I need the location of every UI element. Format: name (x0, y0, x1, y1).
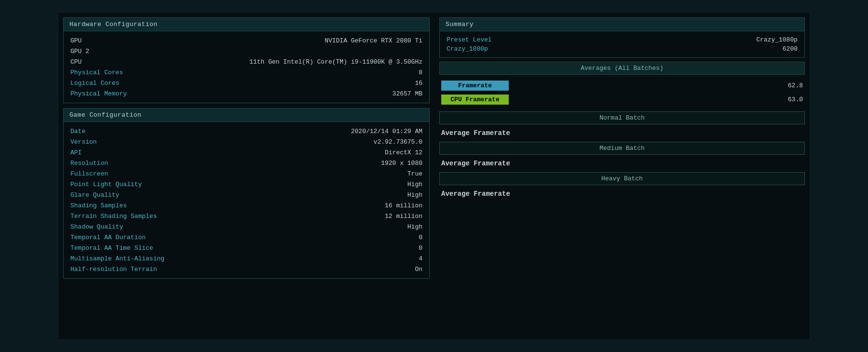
cpu-framerate-row: CPU Framerate 63.0 (441, 94, 803, 106)
config-value-temporal-aa-time-slice: 0 (419, 244, 422, 252)
table-row: Resolution 1920 x 1080 (70, 158, 422, 168)
table-row: Glare Quality High (70, 190, 422, 200)
config-value-glare-quality: High (407, 191, 422, 199)
medium-avg-framerate-label: Average Framerate (441, 159, 803, 168)
heavy-batch-content: Average Framerate (439, 188, 805, 203)
config-label-logical-cores: Logical Cores (70, 80, 119, 87)
config-label-gpu2: GPU 2 (70, 48, 89, 55)
config-label-msaa: Multisample Anti-Aliasing (70, 255, 164, 262)
preset-level-label: Preset Level (447, 36, 492, 43)
config-label-shading-samples: Shading Samples (70, 202, 127, 209)
framerate-value: 62.8 (788, 82, 803, 89)
summary-content: Preset Level Crazy_1080p Crazy_1080p 620… (440, 31, 804, 57)
averages-content: Framerate 62.8 CPU Framerate 63.0 (439, 78, 805, 111)
table-row: Multisample Anti-Aliasing 4 (70, 253, 422, 264)
config-label-physical-memory: Physical Memory (70, 90, 127, 97)
config-label-date: Date (70, 128, 85, 135)
config-value-physical-memory: 32657 MB (393, 90, 422, 97)
config-label-half-res-terrain: Half-resolution Terrain (70, 266, 157, 273)
config-value-terrain-shading-samples: 12 million (385, 213, 422, 220)
config-label-temporal-aa-time-slice: Temporal AA Time Slice (70, 244, 153, 252)
config-value-temporal-aa-duration: 0 (419, 234, 422, 241)
config-label-resolution: Resolution (70, 160, 108, 167)
config-label-fullscreen: Fullscreen (70, 170, 108, 177)
heavy-avg-framerate-label: Average Framerate (441, 189, 803, 199)
hardware-config-header: Hardware Configuration (64, 18, 429, 31)
table-row: Fullscreen True (70, 168, 422, 179)
preset-subvalue: 6200 (783, 45, 798, 53)
config-label-point-light-quality: Point Light Quality (70, 181, 142, 188)
config-value-version: v2.92.73675.0 (374, 138, 422, 146)
table-row: Shadow Quality High (70, 221, 422, 232)
config-value-half-res-terrain: On (415, 266, 422, 273)
averages-header: Averages (All Batches) (439, 62, 805, 75)
app-wrapper: Hardware Configuration GPU NVIDIA GeForc… (58, 12, 810, 340)
config-value-gpu: NVIDIA GeForce RTX 2080 Ti (325, 37, 422, 44)
table-row: Physical Cores 8 (70, 67, 422, 78)
heavy-batch-header: Heavy Batch (439, 172, 805, 185)
hardware-config-content: GPU NVIDIA GeForce RTX 2080 Ti GPU 2 CPU… (64, 31, 429, 103)
summary-section: Summary Preset Level Crazy_1080p Crazy_1… (439, 17, 805, 58)
table-row: Version v2.92.73675.0 (70, 136, 422, 147)
config-label-glare-quality: Glare Quality (70, 191, 119, 199)
config-label-gpu: GPU (70, 37, 81, 44)
config-value-logical-cores: 16 (415, 80, 422, 87)
config-label-version: Version (70, 138, 97, 146)
game-config-header: Game Configuration (64, 108, 429, 122)
hardware-config-section: Hardware Configuration GPU NVIDIA GeForc… (63, 17, 430, 103)
cpu-framerate-value: 63.0 (788, 96, 803, 103)
table-row: Shading Samples 16 million (70, 200, 422, 211)
table-row: CPU 11th Gen Intel(R) Core(TM) i9-11900K… (70, 56, 422, 67)
config-label-terrain-shading-samples: Terrain Shading Samples (70, 213, 157, 220)
cpu-framerate-badge: CPU Framerate (441, 95, 509, 105)
config-label-cpu: CPU (70, 58, 81, 66)
config-value-resolution: 1920 x 1080 (381, 160, 422, 167)
game-config-section: Game Configuration Date 2020/12/14 01:29… (63, 108, 430, 279)
config-value-shadow-quality: High (407, 223, 422, 230)
config-value-point-light-quality: High (407, 181, 422, 188)
config-value-date: 2020/12/14 01:29 AM (351, 128, 422, 135)
left-panel: Hardware Configuration GPU NVIDIA GeForc… (58, 13, 434, 339)
table-row: Point Light Quality High (70, 179, 422, 190)
preset-sublabel: Crazy_1080p (447, 45, 488, 53)
medium-batch-content: Average Framerate (439, 158, 805, 172)
config-label-temporal-aa-duration: Temporal AA Duration (70, 234, 146, 241)
table-row: Physical Memory 32657 MB (70, 88, 422, 99)
normal-avg-framerate-label: Average Framerate (441, 128, 803, 138)
preset-sub-row: Crazy_1080p 6200 (447, 44, 798, 54)
summary-header: Summary (440, 18, 804, 31)
config-value-api: DirectX 12 (385, 149, 422, 156)
table-row: Date 2020/12/14 01:29 AM (70, 126, 422, 136)
config-value-cpu: 11th Gen Intel(R) Core(TM) i9-11900K @ 3… (249, 58, 422, 66)
config-label-physical-cores: Physical Cores (70, 69, 123, 76)
table-row: Half-resolution Terrain On (70, 264, 422, 274)
right-panel: Summary Preset Level Crazy_1080p Crazy_1… (434, 13, 810, 339)
framerate-badge: Framerate (441, 81, 509, 91)
framerate-row: Framerate 62.8 (441, 80, 803, 92)
preset-row: Preset Level Crazy_1080p (447, 35, 798, 44)
table-row: API DirectX 12 (70, 147, 422, 158)
table-row: Temporal AA Time Slice 0 (70, 243, 422, 253)
config-value-physical-cores: 8 (419, 69, 422, 76)
config-value-shading-samples: 16 million (385, 202, 422, 209)
normal-batch-header: Normal Batch (439, 111, 805, 124)
config-label-api: API (70, 149, 81, 156)
table-row: GPU 2 (70, 46, 422, 56)
table-row: GPU NVIDIA GeForce RTX 2080 Ti (70, 35, 422, 46)
preset-level-value: Crazy_1080p (756, 36, 798, 43)
config-value-msaa: 4 (419, 255, 422, 262)
config-label-shadow-quality: Shadow Quality (70, 223, 123, 230)
table-row: Logical Cores 16 (70, 78, 422, 88)
game-config-content: Date 2020/12/14 01:29 AM Version v2.92.7… (64, 122, 429, 278)
table-row: Terrain Shading Samples 12 million (70, 211, 422, 221)
table-row: Temporal AA Duration 0 (70, 232, 422, 243)
config-value-fullscreen: True (407, 170, 422, 177)
medium-batch-header: Medium Batch (439, 142, 805, 155)
normal-batch-content: Average Framerate (439, 127, 805, 142)
